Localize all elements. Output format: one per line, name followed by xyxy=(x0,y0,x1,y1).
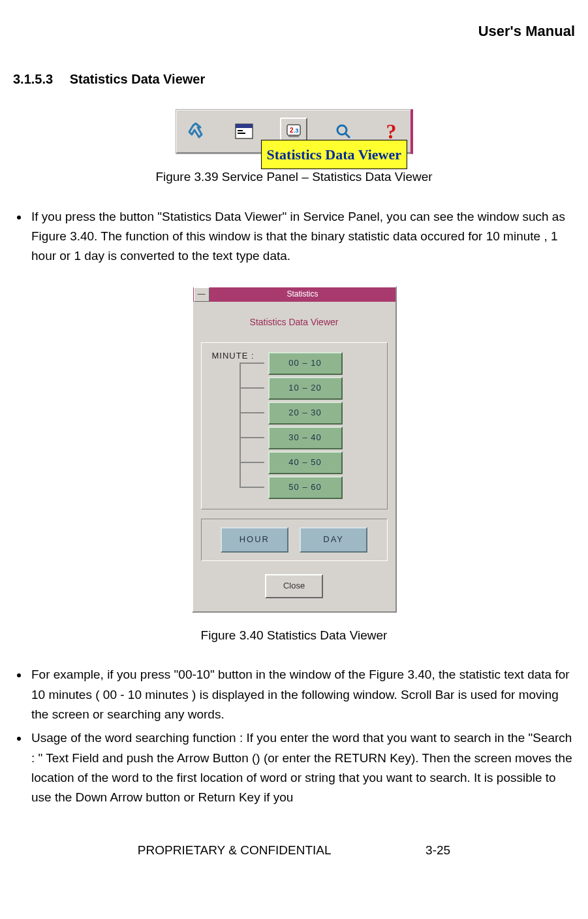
window-title: Statistics xyxy=(210,288,395,300)
minute-button-40-50[interactable]: 40 – 50 xyxy=(268,451,343,474)
bullet-list-bottom: For example, if you press "00-10" button… xyxy=(13,665,575,808)
window-titlebar: — Statistics xyxy=(193,287,395,302)
figure-caption-2: Figure 3.40 Statistics Data Viewer xyxy=(13,626,575,645)
svg-line-8 xyxy=(345,133,350,138)
system-menu-icon[interactable]: — xyxy=(194,287,209,302)
minute-button-20-30[interactable]: 20 – 30 xyxy=(268,402,343,425)
close-button[interactable]: Close xyxy=(265,574,323,598)
document-header: User's Manual xyxy=(13,20,575,42)
bullet-list-top: If you press the button "Statistics Data… xyxy=(13,207,575,266)
hour-button[interactable]: HOUR xyxy=(221,527,288,553)
section-heading: 3.1.5.3 Statistics Data Viewer xyxy=(13,69,575,89)
figure-toolbar: 2.3 ? Statistics Data Viewer xyxy=(13,109,575,154)
hour-day-section: HOUR DAY xyxy=(201,519,388,561)
recycle-icon[interactable] xyxy=(183,119,208,144)
tooltip-stats-viewer: Statistics Data Viewer xyxy=(261,140,408,169)
svg-rect-2 xyxy=(238,130,243,131)
bullet-item: For example, if you press "00-10" button… xyxy=(29,665,575,724)
svg-rect-3 xyxy=(238,133,245,134)
minute-button-00-10[interactable]: 00 – 10 xyxy=(268,352,343,375)
statistics-window: — Statistics Statistics Data Viewer MINU… xyxy=(192,286,397,613)
figure-caption-1: Figure 3.39 Service Panel – Statistics D… xyxy=(13,167,575,187)
page-footer: PROPRIETARY & CONFIDENTIAL 3-25 xyxy=(13,841,575,860)
section-number: 3.1.5.3 xyxy=(13,69,53,89)
panel-title: Statistics Data Viewer xyxy=(201,315,388,329)
figure-stats-window: — Statistics Statistics Data Viewer MINU… xyxy=(13,286,575,613)
svg-text:.3: .3 xyxy=(294,127,299,134)
window-icon[interactable] xyxy=(232,119,256,144)
service-panel-toolbar: 2.3 ? Statistics Data Viewer xyxy=(176,109,413,154)
svg-point-7 xyxy=(337,125,347,135)
footer-page-number: 3-25 xyxy=(426,841,450,860)
minute-button-30-40[interactable]: 30 – 40 xyxy=(268,427,343,449)
svg-rect-1 xyxy=(236,124,253,128)
bullet-item: If you press the button "Statistics Data… xyxy=(29,207,575,266)
minute-section: MINUTE : 00 – 10 10 – 20 20 – 30 30 – 40… xyxy=(201,342,388,509)
minute-button-50-60[interactable]: 50 – 60 xyxy=(268,476,343,499)
minute-button-10-20[interactable]: 10 – 20 xyxy=(268,377,343,400)
section-title: Statistics Data Viewer xyxy=(70,72,206,86)
day-button[interactable]: DAY xyxy=(300,527,367,553)
bullet-item: Usage of the word searching function : I… xyxy=(29,728,575,808)
footer-classification: PROPRIETARY & CONFIDENTIAL xyxy=(138,843,331,857)
